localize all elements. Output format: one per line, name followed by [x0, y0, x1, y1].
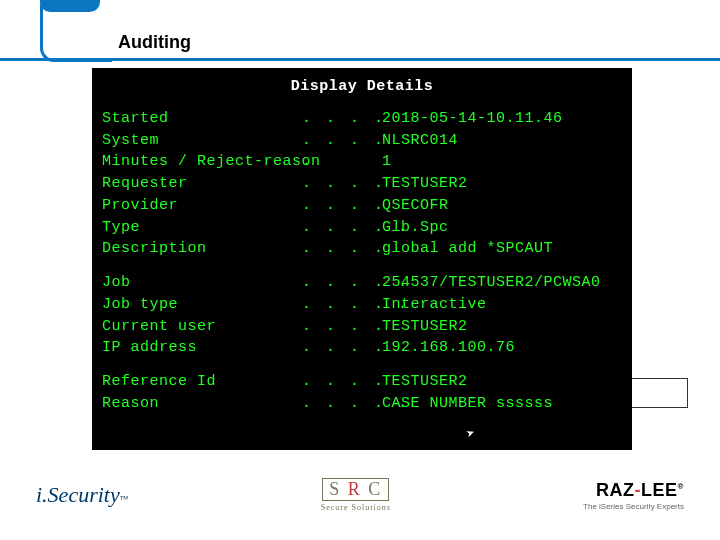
trademark-icon: ™ — [120, 494, 129, 504]
field-value: CASE NUMBER ssssss — [382, 393, 622, 415]
logo-razlee-sub: The iSeries Security Experts — [583, 502, 684, 511]
dots: . . . . — [302, 337, 382, 359]
field-row: Job. . . . .254537/TESTUSER2/PCWSA0 — [102, 272, 622, 294]
field-row: Reason. . . . .CASE NUMBER ssssss — [102, 393, 622, 415]
logo-isecurity-text: i.Security — [36, 482, 120, 508]
field-label: Description — [102, 238, 302, 260]
dots: . . . . — [302, 195, 382, 217]
slide: Auditing the Display Details Started. . … — [0, 0, 720, 540]
decoration-line — [0, 58, 720, 61]
field-row: Requester. . . .TESTUSER2 — [102, 173, 622, 195]
dots: . . . . — [302, 130, 382, 152]
field-row: Provider. . . .QSECOFR — [102, 195, 622, 217]
field-value: global add *SPCAUT — [382, 238, 622, 260]
field-block-2: Job. . . . .254537/TESTUSER2/PCWSA0 Job … — [102, 272, 622, 359]
logo-src-main: S R C — [322, 478, 389, 501]
field-label: Current user — [102, 316, 302, 338]
field-row: Minutes / Reject-reason.1 — [102, 151, 622, 173]
cursor-icon: ➤ — [464, 423, 479, 445]
field-label: IP address — [102, 337, 302, 359]
field-label: Requester — [102, 173, 302, 195]
field-value: TESTUSER2 — [382, 316, 622, 338]
field-value: 254537/TESTUSER2/PCWSA0 — [382, 272, 622, 294]
field-label: System — [102, 130, 302, 152]
field-label: Reason — [102, 393, 302, 415]
page-title: Auditing — [118, 32, 191, 53]
field-label: Provider — [102, 195, 302, 217]
logo-src: S R C Secure Solutions — [321, 478, 391, 512]
field-value: NLSRC014 — [382, 130, 622, 152]
logo-isecurity: i.Security™ — [36, 482, 129, 508]
dots: . — [302, 151, 382, 173]
logo-src-sub: Secure Solutions — [321, 503, 391, 512]
field-row: Reference Id. . . .TESTUSER2 — [102, 371, 622, 393]
field-label: Minutes / Reject-reason — [102, 151, 302, 173]
field-label: Reference Id — [102, 371, 302, 393]
dots: . . . . . — [302, 294, 382, 316]
dots: . . . . . — [302, 393, 382, 415]
field-value: 192.168.100.76 — [382, 337, 622, 359]
field-row: Type. . . . .Glb.Spc — [102, 217, 622, 239]
field-label: Started — [102, 108, 302, 130]
dots: . . . . — [302, 371, 382, 393]
logo-razlee: RAZ-LEE® The iSeries Security Experts — [583, 480, 684, 511]
field-row: Description. . . .global add *SPCAUT — [102, 238, 622, 260]
field-value: TESTUSER2 — [382, 173, 622, 195]
field-block-1: Started. . . .2018-05-14-10.11.46 System… — [102, 108, 622, 260]
field-value: TESTUSER2 — [382, 371, 622, 393]
field-value: 2018-05-14-10.11.46 — [382, 108, 622, 130]
field-row: System. . . .NLSRC014 — [102, 130, 622, 152]
title-band: Auditing — [0, 0, 720, 64]
decoration-corner — [40, 4, 112, 62]
field-label: Job — [102, 272, 302, 294]
dots: . . . . — [302, 238, 382, 260]
field-value: 1 — [382, 151, 622, 173]
dots: . . . . — [302, 108, 382, 130]
field-row: Started. . . .2018-05-14-10.11.46 — [102, 108, 622, 130]
field-value: Interactive — [382, 294, 622, 316]
dots: . . . . — [302, 173, 382, 195]
field-row: IP address. . . .192.168.100.76 — [102, 337, 622, 359]
dots: . . . . . — [302, 217, 382, 239]
field-row: Job type. . . . .Interactive — [102, 294, 622, 316]
terminal-title: Display Details — [102, 76, 622, 98]
dots: . . . . . — [302, 272, 382, 294]
field-value: Glb.Spc — [382, 217, 622, 239]
footer: i.Security™ S R C Secure Solutions RAZ-L… — [0, 462, 720, 540]
field-row: Current user. . . .TESTUSER2 — [102, 316, 622, 338]
terminal-screen: Display Details Started. . . .2018-05-14… — [92, 68, 632, 450]
field-label: Job type — [102, 294, 302, 316]
logo-razlee-main: RAZ-LEE® — [583, 480, 684, 501]
dots: . . . . — [302, 316, 382, 338]
field-label: Type — [102, 217, 302, 239]
field-block-3: Reference Id. . . .TESTUSER2 Reason. . .… — [102, 371, 622, 415]
field-value: QSECOFR — [382, 195, 622, 217]
